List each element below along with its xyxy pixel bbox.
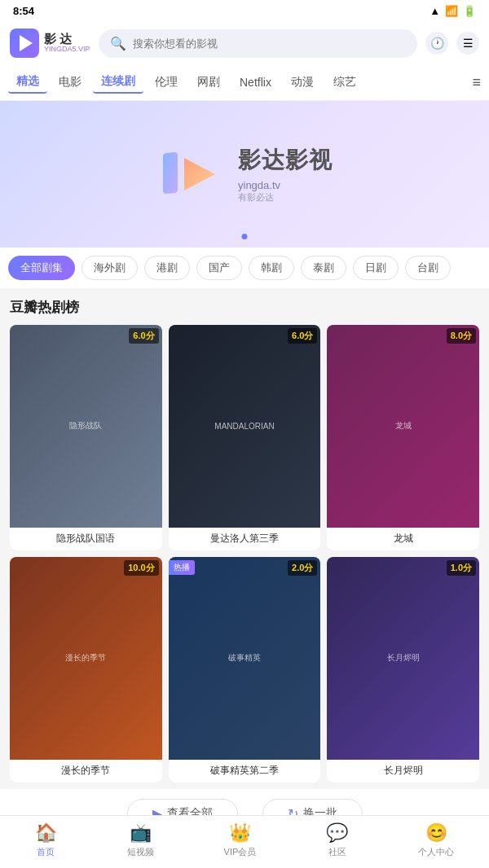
banner-title: 影达影视 <box>238 145 333 176</box>
card-img-1: 隐形战队 <box>10 325 162 528</box>
filter-tag-japanese[interactable]: 日剧 <box>353 256 399 280</box>
card-label-5: 破事精英第二季 <box>169 760 321 783</box>
banner-svg-icon <box>156 142 222 207</box>
bottom-community[interactable]: 💬 社区 <box>326 822 348 858</box>
nav-more-icon[interactable]: ≡ <box>472 74 481 91</box>
card-score-6: 1.0分 <box>447 560 476 576</box>
card-score-5: 2.0分 <box>288 560 317 576</box>
banner[interactable]: 影达影视 yingda.tv 有影必达 <box>0 101 489 248</box>
nav-item-lianjuju[interactable]: 连续剧 <box>93 71 143 94</box>
card-1[interactable]: 隐形战队 6.0分 隐形战队国语 <box>10 325 162 550</box>
card-label-3: 龙城 <box>327 528 479 550</box>
logo-en: YINGDA5.VIP <box>44 46 90 54</box>
card-label-4: 漫长的季节 <box>10 760 162 783</box>
logo-cn: 影 达 <box>44 33 90 46</box>
bottom-profile[interactable]: 😊 个人中心 <box>418 822 454 858</box>
status-time: 8:54 <box>13 5 34 17</box>
card-score-2: 6.0分 <box>288 328 317 344</box>
bottom-profile-label: 个人中心 <box>418 846 454 858</box>
card-2[interactable]: MANDALORIAN 6.0分 曼达洛人第三季 <box>169 325 321 550</box>
douban-grid: 隐形战队 6.0分 隐形战队国语 MANDALORIAN 6.0分 曼达洛人第三… <box>10 325 479 783</box>
banner-text: 影达影视 yingda.tv 有影必达 <box>238 145 333 204</box>
card-img-4: 漫长的季节 <box>10 557 162 760</box>
card-label-1: 隐形战队国语 <box>10 528 162 550</box>
svg-marker-1 <box>184 158 215 191</box>
video-icon: 📺 <box>130 822 152 844</box>
card-img-2: MANDALORIAN <box>169 325 321 528</box>
search-input[interactable] <box>133 37 406 50</box>
filter-tag-thai[interactable]: 泰剧 <box>301 256 346 280</box>
logo-play-icon <box>20 35 33 51</box>
filter-tag-hk[interactable]: 港剧 <box>144 256 190 280</box>
card-img-3: 龙城 <box>327 325 479 528</box>
douban-section: 豆瓣热剧榜 隐形战队 6.0分 隐形战队国语 MANDALORIAN 6.0分 … <box>0 288 489 783</box>
logo: 影 达 YINGDA5.VIP <box>10 28 90 58</box>
card-5[interactable]: 破事精英 2.0分 热播 破事精英第二季 <box>169 557 321 783</box>
filter-tag-korean[interactable]: 韩剧 <box>249 256 294 280</box>
header-icons: 🕐 ☰ <box>425 32 479 55</box>
banner-sub2: 有影必达 <box>238 191 333 204</box>
bottom-community-label: 社区 <box>328 846 346 858</box>
status-icons: ▲ 📶 🔋 <box>430 5 476 17</box>
search-icon: 🔍 <box>110 36 126 51</box>
bottom-video[interactable]: 📺 短视频 <box>127 822 154 858</box>
bottom-home-label: 首页 <box>37 846 55 858</box>
card-score-4: 10.0分 <box>124 560 158 576</box>
vip-icon: 👑 <box>229 822 251 844</box>
card-img-5: 破事精英 <box>169 557 321 760</box>
filter-tag-domestic[interactable]: 国产 <box>196 256 242 280</box>
filter-tag-overseas[interactable]: 海外剧 <box>82 256 138 280</box>
filter-tag-all[interactable]: 全部剧集 <box>8 256 75 280</box>
nav-item-wangju[interactable]: 网剧 <box>189 72 228 93</box>
banner-logo: 影达影视 yingda.tv 有影必达 <box>156 142 333 207</box>
card-6[interactable]: 长月烬明 1.0分 长月烬明 <box>327 557 479 783</box>
nav-item-dongman[interactable]: 动漫 <box>283 72 322 93</box>
bottom-nav: 🏠 首页 📺 短视频 👑 VIP会员 💬 社区 😊 个人中心 <box>0 815 489 868</box>
dot-1 <box>242 234 248 239</box>
header: 影 达 YINGDA5.VIP 🔍 🕐 ☰ <box>0 22 489 64</box>
filter-tag-taiwan[interactable]: 台剧 <box>405 256 451 280</box>
card-score-1: 6.0分 <box>129 328 158 344</box>
profile-icon: 😊 <box>425 822 447 844</box>
nav-item-dianying[interactable]: 电影 <box>51 72 90 93</box>
bottom-vip-label: VIP会员 <box>224 846 257 858</box>
card-label-6: 长月烬明 <box>327 760 479 783</box>
nav-item-zongyi[interactable]: 综艺 <box>325 72 364 93</box>
svg-rect-0 <box>163 152 178 195</box>
bottom-vip[interactable]: 👑 VIP会员 <box>224 822 257 858</box>
card-4[interactable]: 漫长的季节 10.0分 漫长的季节 <box>10 557 162 783</box>
douban-section-title: 豆瓣热剧榜 <box>10 298 479 317</box>
filter-tabs: 全部剧集 海外剧 港剧 国产 韩剧 泰剧 日剧 台剧 <box>0 248 489 288</box>
nav: 精选 电影 连续剧 伦理 网剧 Netflix 动漫 综艺 ≡ <box>0 64 489 101</box>
home-icon: 🏠 <box>35 822 57 844</box>
search-bar[interactable]: 🔍 <box>99 29 417 58</box>
card-badge-5: 热播 <box>169 560 195 575</box>
card-img-6: 长月烬明 <box>327 557 479 760</box>
logo-icon <box>10 28 39 58</box>
card-label-2: 曼达洛人第三季 <box>169 528 321 550</box>
logo-text: 影 达 YINGDA5.VIP <box>44 33 90 54</box>
banner-dots <box>242 234 248 239</box>
nav-item-jingxuan[interactable]: 精选 <box>8 71 47 94</box>
nav-item-netflix[interactable]: Netflix <box>231 72 280 92</box>
history-icon[interactable]: 🕐 <box>425 32 448 55</box>
bottom-home[interactable]: 🏠 首页 <box>35 822 57 858</box>
community-icon: 💬 <box>326 822 348 844</box>
status-bar: 8:54 ▲ 📶 🔋 <box>0 0 489 22</box>
banner-sub: yingda.tv <box>238 179 333 191</box>
menu-icon[interactable]: ☰ <box>456 32 479 55</box>
card-3[interactable]: 龙城 8.0分 龙城 <box>327 325 479 550</box>
nav-item-lunli[interactable]: 伦理 <box>147 72 186 93</box>
card-score-3: 8.0分 <box>447 328 476 344</box>
bottom-video-label: 短视频 <box>127 846 154 858</box>
